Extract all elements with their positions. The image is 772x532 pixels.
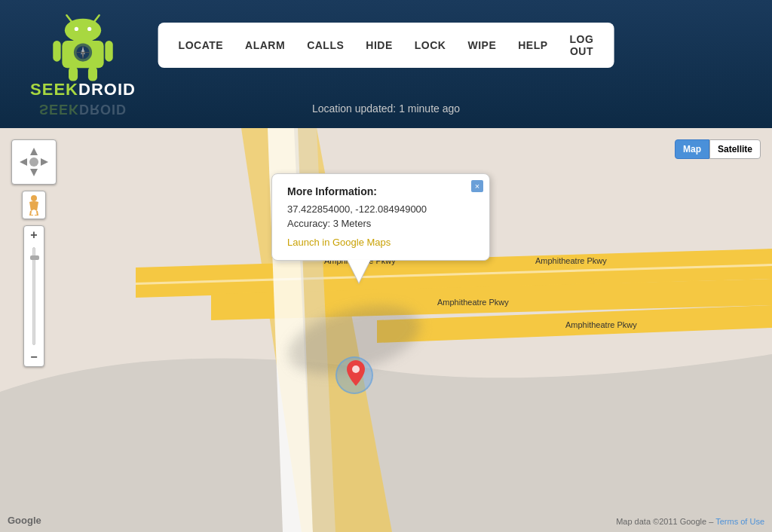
popup-coordinates: 37.422854000, -122.084949000: [287, 203, 474, 215]
nav-lock-button[interactable]: LOCK: [406, 29, 455, 62]
nav-help-button[interactable]: HELP: [509, 29, 556, 62]
svg-marker-20: [41, 158, 48, 166]
pin-marker: [347, 360, 365, 389]
zoom-control: + −: [23, 225, 44, 367]
svg-point-4: [87, 26, 91, 30]
header: SEEKDROID SEEKDROID LOCATE ALARM CALLS H…: [0, 0, 772, 128]
map-type-map-button[interactable]: Map: [675, 139, 709, 159]
road-label-3: Amphitheatre Pkwy: [565, 320, 637, 329]
street-view-control[interactable]: [22, 191, 46, 219]
logo-area: SEEKDROID SEEKDROID: [15, 12, 151, 117]
popup-accuracy: Accuracy: 3 Meters: [287, 218, 474, 229]
person-icon: [26, 194, 41, 216]
android-logo-icon: [49, 12, 117, 84]
map-type-controls: Map Satellite: [675, 139, 761, 159]
nav-wipe-button[interactable]: WIPE: [458, 29, 505, 62]
info-popup: × More Information: 37.422854000, -122.0…: [271, 173, 490, 261]
brand-prefix-reflection: SEEK: [39, 102, 79, 117]
nav-locate-button[interactable]: LOCATE: [170, 29, 233, 62]
location-status: Location updated: 1 minute ago: [312, 102, 460, 115]
svg-rect-7: [105, 41, 112, 62]
navigation-bar: LOCATE ALARM CALLS HIDE LOCK WIPE HELP L…: [158, 23, 614, 68]
zoom-in-button[interactable]: +: [23, 226, 44, 244]
svg-point-23: [352, 365, 360, 373]
map-container: Amphitheatre Pkwy Amphitheatre Pkwy Amph…: [0, 128, 772, 532]
zoom-slider-track: [32, 247, 35, 345]
road-label-4: Amphitheatre Pkwy: [535, 256, 607, 265]
svg-point-21: [29, 157, 38, 167]
location-pin: [347, 360, 365, 389]
map-attribution: Map data ©2011 Google – Terms of Use: [616, 517, 764, 526]
brand-reflection: SEEKDROID: [39, 101, 127, 117]
svg-marker-17: [30, 148, 38, 155]
google-maps-link[interactable]: Launch in Google Maps: [287, 237, 391, 248]
nav-alarm-button[interactable]: ALARM: [236, 29, 294, 62]
popup-close-button[interactable]: ×: [471, 180, 483, 192]
nav-logout-button[interactable]: LOG OUT: [561, 29, 603, 62]
popup-title: More Information:: [287, 185, 474, 197]
svg-rect-6: [53, 41, 60, 62]
svg-rect-8: [69, 66, 78, 81]
svg-point-22: [31, 195, 37, 201]
nav-hide-button[interactable]: HIDE: [357, 29, 401, 62]
pan-control[interactable]: [11, 139, 57, 185]
svg-point-3: [75, 26, 78, 30]
road-label-2: Amphitheatre Pkwy: [437, 298, 509, 307]
map-pin-icon: [347, 360, 365, 386]
brand-suffix: DROID: [78, 80, 136, 99]
zoom-slider-thumb[interactable]: [30, 255, 39, 260]
terms-of-use-link[interactable]: Terms of Use: [715, 517, 764, 526]
attribution-text: Map data ©2011 Google: [616, 517, 706, 526]
svg-marker-18: [30, 169, 38, 176]
zoom-out-button[interactable]: −: [23, 348, 44, 366]
map-type-satellite-button[interactable]: Satellite: [709, 139, 761, 159]
svg-marker-19: [20, 158, 27, 166]
svg-rect-9: [88, 66, 97, 81]
svg-point-2: [65, 18, 101, 41]
pan-arrows-icon: [15, 143, 53, 181]
map-controls: + −: [11, 139, 57, 367]
brand-name: SEEKDROID: [30, 80, 136, 99]
brand-suffix-reflection: DROID: [79, 102, 127, 117]
nav-calls-button[interactable]: CALLS: [298, 29, 353, 62]
brand-prefix: SEEK: [30, 80, 78, 99]
google-logo: Google: [8, 515, 41, 526]
